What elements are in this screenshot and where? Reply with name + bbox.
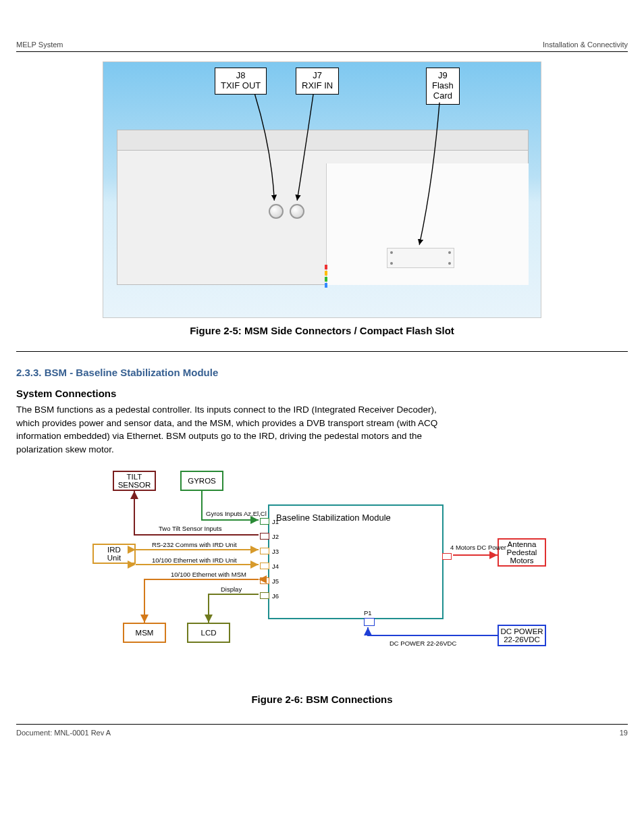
- footer-rule: [16, 724, 628, 725]
- stub-right: [442, 553, 452, 560]
- wire-label-ird1: RS-232 Comms with IRD Unit: [152, 541, 237, 548]
- bsm-box-title: Baseline Stabilization Module: [269, 506, 442, 529]
- section-heading: 2.3.3. BSM - Baseline Stabilization Modu…: [16, 367, 628, 378]
- figure-2-6-caption: Figure 2-6: BSM Connections: [16, 694, 628, 705]
- section-number: 2.3.3.: [16, 367, 42, 378]
- connector-j7: [290, 204, 304, 219]
- figure-2-5-caption: Figure 2-5: MSM Side Connectors / Compac…: [16, 325, 628, 336]
- stub-p1: [364, 618, 375, 626]
- callout-j7: J7 RXIF IN: [296, 68, 339, 95]
- wire-label-gyros: Gyros Inputs Az,El,Cl: [206, 510, 267, 517]
- bsm-box: Baseline Stabilization Module J1 J2 J3 J…: [268, 504, 444, 619]
- box-tilt-sensor: TILT SENSOR: [113, 471, 156, 491]
- box-ird: IRD Unit: [92, 544, 136, 564]
- stub-j3: [260, 548, 269, 554]
- footer-page-number: 19: [620, 729, 628, 737]
- stub-j6: [260, 592, 269, 599]
- label-j3: J3: [272, 548, 279, 555]
- stub-j2: [260, 533, 269, 540]
- header-rule: [16, 51, 628, 52]
- wire-label-msm: 10/100 Ethernet with MSM: [171, 571, 246, 578]
- wire-label-dc: DC POWER 22-26VDC: [390, 640, 456, 647]
- stub-j1: [260, 518, 269, 525]
- callout-j9: J9 Flash Card: [426, 68, 460, 105]
- label-j2: J2: [272, 533, 279, 540]
- section-paragraph: The BSM functions as a pedestal controll…: [16, 403, 455, 456]
- header-left: MELP System: [16, 41, 63, 49]
- page: MELP System Installation & Connectivity: [0, 0, 644, 764]
- section-title: BSM - Baseline Stabilization Module: [45, 367, 219, 378]
- section-rule: [16, 351, 628, 352]
- section-2-3-3: 2.3.3. BSM - Baseline Stabilization Modu…: [16, 367, 628, 456]
- stub-j4: [260, 563, 269, 569]
- section-subheading: System Connections: [16, 388, 628, 399]
- label-p1: P1: [364, 609, 372, 617]
- box-dc-power: DC POWER 22-26VDC: [498, 625, 546, 646]
- stub-j5: [260, 577, 269, 584]
- equipment-render: J8 TXIF OUT J7 RXIF IN J9 Flash Card: [103, 61, 541, 318]
- box-lcd: LCD: [187, 623, 230, 643]
- page-header: MELP System Installation & Connectivity: [16, 41, 628, 49]
- callout-j8: J8 TXIF OUT: [215, 68, 267, 95]
- box-msm: MSM: [123, 623, 166, 643]
- wire-label-lcd: Display: [221, 585, 242, 593]
- label-j4: J4: [272, 563, 279, 570]
- wire-label-antenna: 4 Motors DC Power: [450, 544, 506, 551]
- box-antenna: Antenna Pedestal Motors: [498, 538, 546, 567]
- label-j5: J5: [272, 577, 279, 585]
- figure-2-5: J8 TXIF OUT J7 RXIF IN J9 Flash Card Fig…: [16, 61, 628, 336]
- wire-label-tilt: Two Tilt Sensor Inputs: [159, 525, 221, 532]
- header-right: Installation & Connectivity: [543, 41, 628, 49]
- figure-2-6: Baseline Stabilization Module J1 J2 J3 J…: [86, 471, 558, 687]
- label-j6: J6: [272, 592, 279, 600]
- footer-doc-id: Document: MNL-0001 Rev A: [16, 729, 111, 737]
- box-gyros: GYROS: [180, 471, 223, 491]
- wire-label-ird2: 10/100 Ethernet with IRD Unit: [152, 556, 237, 564]
- status-leds: [325, 265, 327, 292]
- page-footer: Document: MNL-0001 Rev A 19: [16, 729, 628, 737]
- label-j1: J1: [272, 518, 279, 525]
- flash-card-slot-j9: [387, 248, 454, 268]
- connector-j8: [269, 204, 284, 219]
